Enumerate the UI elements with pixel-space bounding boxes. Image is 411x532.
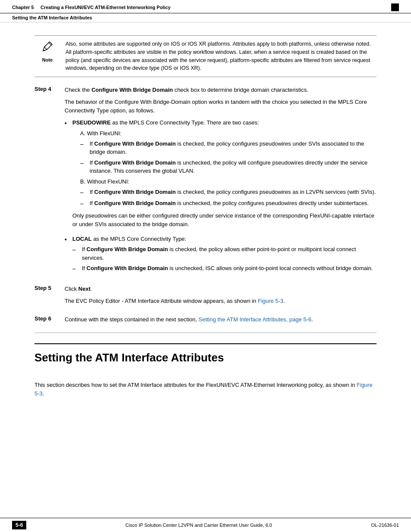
dash-icon: – [80,188,90,197]
dash-local2-text: If Configure With Bridge Domain is unche… [82,264,373,273]
dash-a1-text: If Configure With Bridge Domain is check… [90,140,377,156]
atm-interface-attributes-link[interactable]: Setting the ATM Interface Attributes, pa… [199,316,311,323]
step6-block: Step 6 Continue with the steps contained… [34,315,377,333]
dash-b1-text: If Configure With Bridge Domain is check… [90,188,376,196]
figure-5-3-link-step5[interactable]: Figure 5-3 [258,298,283,304]
section-divider [34,343,377,344]
dash-b2-text: If Configure With Bridge Domain is unche… [90,199,369,208]
list-item: – If Configure With Bridge Domain is unc… [80,159,377,175]
sub-with-flexuni: A. With FlexUNI: – If Configure With Bri… [80,129,377,175]
section-intro-text: This section describes how to set the AT… [34,381,377,398]
breadcrumb-text: Setting the ATM Interface Attributes [12,15,92,20]
list-item: – If Configure With Bridge Domain is unc… [80,199,377,208]
note-icon-col: Note [34,40,60,62]
step6-label: Step 6 [34,315,65,327]
step4-intro: Check the Configure With Bridge Domain c… [65,86,377,94]
list-item: – If Configure With Bridge Domain is unc… [72,264,377,273]
dash-local1-text: If Configure With Bridge Domain is check… [82,245,377,262]
step4-content: Check the Configure With Bridge Domain c… [65,86,377,279]
bullet-pseudowire-content: PSEUDOWIRE as the MPLS Core Connectivity… [72,118,377,232]
list-item: – If Configure With Bridge Domain is che… [72,245,377,262]
sub-without-flexuni: B. Without FlexUNI: – If Configure With … [80,177,377,208]
bullet-list: • PSEUDOWIRE as the MPLS Core Connectivi… [65,118,377,275]
header-rule-icon [391,3,399,11]
header-left: Chapter 5 Creating a FlexUNI/EVC ATM-Eth… [12,5,171,10]
sub-label-b: B. Without FlexUNI: [80,177,377,186]
dash-list-local: – If Configure With Bridge Domain is che… [72,245,377,273]
step4-label: Step 4 [34,86,65,279]
step6-content: Continue with the steps contained in the… [65,315,377,327]
footer-doc-number: OL-21636-01 [371,523,399,528]
page-header: Chapter 5 Creating a FlexUNI/EVC ATM-Eth… [0,0,411,13]
breadcrumb: Setting the ATM Interface Attributes [0,13,411,22]
sub-label-a: A. With FlexUNI: [80,129,377,138]
figure-5-3-link-section[interactable]: Figure 5-3 [34,382,373,397]
page-number: 5-6 [12,521,26,529]
note-label: Note [42,57,53,62]
step4-para1: The behavior of the Configure With Bridg… [65,98,377,115]
pseudowire-note-para: Only pseudowires can be either configure… [72,212,377,229]
dash-a2-text: If Configure With Bridge Domain is unche… [90,159,377,175]
page-footer: 5-6 Cisco IP Solution Center L2VPN and C… [0,518,411,532]
list-item: – If Configure With Bridge Domain is che… [80,140,377,156]
note-text: Also, some attributes are supported only… [65,40,377,72]
section-title: Setting the ATM Interface Attributes [34,351,377,364]
section-intro: This section describes how to set the AT… [34,381,377,398]
chapter-title: Creating a FlexUNI/EVC ATM-Ethernet Inte… [40,5,171,10]
dash-icon: – [80,199,90,208]
pencil-icon [41,40,54,56]
bullet-dot: • [65,119,72,128]
list-item: – If Configure With Bridge Domain is che… [80,188,377,197]
dash-icon: – [80,159,90,168]
main-content: Note Also, some attributes are supported… [0,22,411,377]
bullet-local-content: LOCAL as the MPLS Core Connectivity Type… [72,235,377,275]
dash-icon: – [80,140,90,149]
step4-block: Step 4 Check the Configure With Bridge D… [34,86,377,279]
note-box: Note Also, some attributes are supported… [34,35,377,77]
list-item: • PSEUDOWIRE as the MPLS Core Connectivi… [65,118,377,232]
chapter-label: Chapter 5 [12,5,34,10]
dash-list-b: – If Configure With Bridge Domain is che… [80,188,377,208]
step5-block: Step 5 Click Next. The EVC Policy Editor… [34,285,377,309]
dash-icon: – [72,264,82,273]
step5-label: Step 5 [34,285,65,309]
step5-content: Click Next. The EVC Policy Editor - ATM … [65,285,377,309]
dash-list-a: – If Configure With Bridge Domain is che… [80,140,377,175]
list-item: • LOCAL as the MPLS Core Connectivity Ty… [65,235,377,275]
dash-icon: – [72,245,82,254]
step6-text: Continue with the steps contained in the… [65,315,377,324]
step5-text: Click Next. [65,285,377,293]
step5-sub: The EVC Policy Editor - ATM Interface At… [65,297,377,305]
bullet-dot: • [65,235,72,245]
footer-doc-title: Cisco IP Solution Center L2VPN and Carri… [35,523,362,528]
